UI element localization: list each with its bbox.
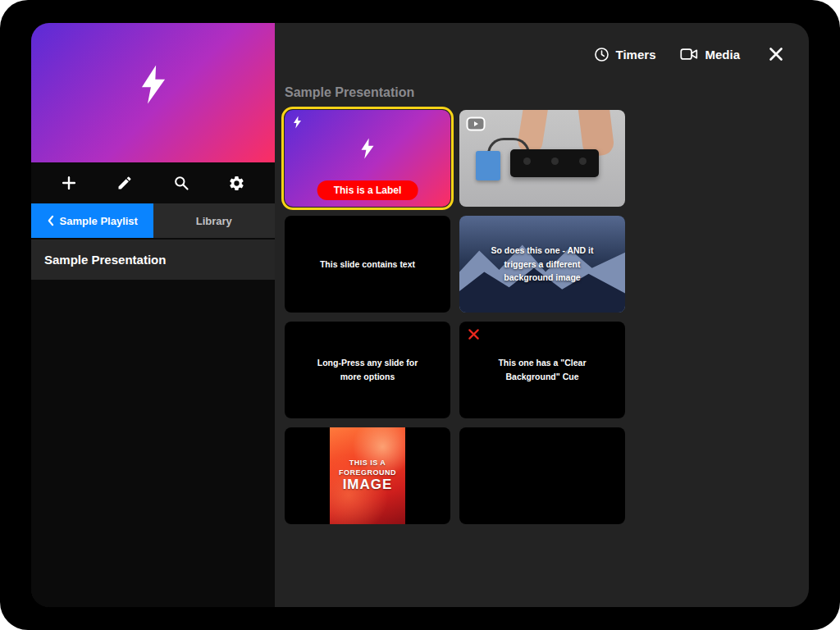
plus-icon	[60, 174, 78, 192]
main-header: Timers Media	[275, 23, 809, 77]
media-button[interactable]: Media	[680, 47, 740, 62]
pencil-icon	[116, 175, 133, 191]
slide-3[interactable]: This slide contains text	[285, 216, 450, 313]
blue-box-shape	[476, 151, 500, 180]
gear-icon	[228, 175, 245, 192]
lightning-bolt-icon	[138, 64, 169, 105]
knob-shape	[579, 158, 587, 165]
slide-7[interactable]: THIS IS A FOREGROUND IMAGE	[285, 427, 450, 524]
slide-2[interactable]	[459, 110, 625, 207]
slide-text: This slide contains text	[285, 216, 450, 313]
slide-6[interactable]: This one has a "Clear Background" Cue	[459, 322, 625, 418]
media-label: Media	[705, 48, 740, 62]
sidebar-tabs: Sample Playlist Library	[31, 203, 275, 238]
current-slide-preview	[31, 23, 275, 162]
edit-button[interactable]	[107, 168, 143, 198]
video-badge-icon	[466, 116, 486, 131]
clock-icon	[594, 47, 609, 62]
foreground-image-text: THIS IS A FOREGROUND IMAGE	[285, 459, 450, 493]
timers-label: Timers	[616, 48, 656, 62]
slide-label-badge: This is a Label	[317, 180, 418, 200]
tab-label: Library	[196, 215, 232, 227]
sidebar-empty-area	[31, 280, 275, 607]
timers-button[interactable]: Timers	[594, 47, 656, 62]
slide-text: Long-Press any slide for more options	[285, 322, 450, 418]
slide-8[interactable]	[459, 427, 625, 524]
app-window: Sample Playlist Library Sample Presentat…	[31, 23, 809, 607]
lightning-bolt-icon	[292, 116, 303, 129]
knob-shape	[523, 158, 531, 165]
text-line: THIS IS A	[285, 459, 450, 468]
playlist-item-label: Sample Presentation	[44, 253, 166, 267]
slide-text: So does this one - AND it triggers a dif…	[459, 216, 625, 313]
main-panel: Timers Media Sample Presentation	[275, 23, 809, 607]
slide-4[interactable]: So does this one - AND it triggers a dif…	[459, 216, 625, 313]
slide-grid: This is a Label	[275, 105, 809, 529]
add-button[interactable]	[51, 168, 87, 198]
chevron-left-icon	[47, 215, 54, 226]
device-frame: Sample Playlist Library Sample Presentat…	[0, 0, 840, 630]
sidebar: Sample Playlist Library Sample Presentat…	[31, 23, 275, 607]
video-camera-icon	[680, 47, 698, 62]
playlist-item-sample-presentation[interactable]: Sample Presentation	[31, 238, 275, 280]
tab-library[interactable]: Library	[153, 203, 276, 238]
tab-sample-playlist[interactable]: Sample Playlist	[31, 203, 153, 238]
slide-text: This one has a "Clear Background" Cue	[459, 322, 625, 418]
slide-1[interactable]: This is a Label	[285, 110, 450, 207]
lightning-bolt-icon	[359, 138, 376, 160]
slide-5[interactable]: Long-Press any slide for more options	[285, 322, 450, 418]
text-line: IMAGE	[285, 477, 450, 493]
sidebar-toolbar	[31, 162, 275, 203]
pedal-device-shape	[510, 149, 599, 177]
settings-button[interactable]	[219, 168, 255, 198]
close-icon	[769, 47, 783, 62]
search-icon	[173, 175, 189, 191]
close-button[interactable]	[765, 43, 788, 66]
tab-label: Sample Playlist	[60, 215, 138, 227]
knob-shape	[551, 158, 559, 165]
search-button[interactable]	[163, 168, 199, 198]
presentation-title: Sample Presentation	[285, 85, 809, 100]
